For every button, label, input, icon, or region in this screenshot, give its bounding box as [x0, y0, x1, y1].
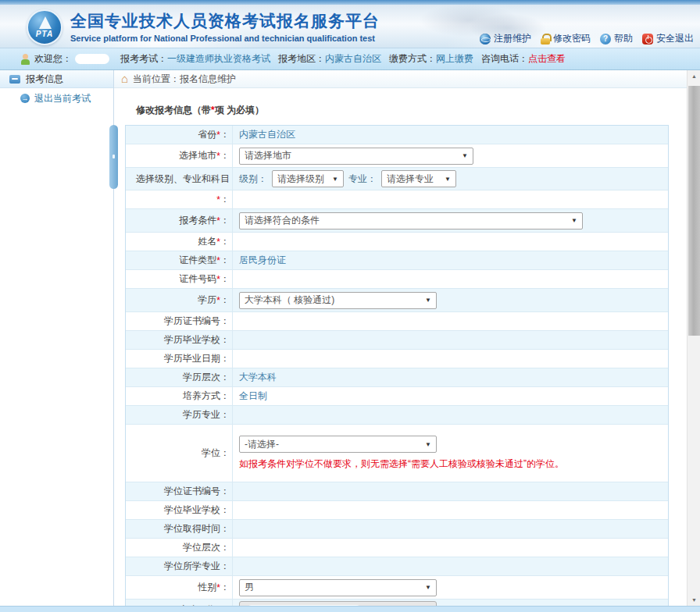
- logo-text: PTA: [28, 30, 61, 38]
- pay-label: 缴费方式：: [389, 52, 436, 66]
- scroll-up-arrow[interactable]: ▲: [688, 70, 700, 82]
- id-type-value: 居民身份证: [239, 254, 286, 267]
- field-value: [233, 482, 668, 500]
- label-text: 学位证书编号: [164, 485, 220, 498]
- sidebar: 报考信息 → 退出当前考试: [0, 70, 114, 606]
- form-row-degree-level: 学位层次：: [126, 539, 668, 557]
- field-value: [233, 557, 668, 575]
- scroll-down-arrow[interactable]: ▼: [688, 594, 700, 606]
- form-row-edu-cert-no: 学历证书编号：: [126, 312, 668, 331]
- chevron-down-icon: ▼: [425, 584, 431, 591]
- form-row-city: 选择地市*：请选择地市▼: [126, 144, 668, 168]
- field-label: 报考条件*：: [126, 209, 233, 232]
- field-value: -请选择-▼如报考条件对学位不做要求，则无需选择“需要人工核验或核验未通过”的学…: [233, 425, 668, 482]
- label-colon: ：: [220, 390, 230, 403]
- chevron-down-icon: ▼: [445, 176, 451, 183]
- field-label: 性别*：: [126, 576, 233, 599]
- major-select[interactable]: 请选择专业▼: [381, 170, 456, 187]
- label-colon: ：: [220, 193, 230, 206]
- field-label: 学历层次：: [126, 368, 233, 386]
- field-label: 学位取得时间：: [126, 520, 233, 538]
- sidebar-item-exit-exam[interactable]: → 退出当前考试: [0, 88, 113, 109]
- register-maintain-link[interactable]: 注册维护: [480, 32, 531, 45]
- form-row-degree-date: 学位取得时间：: [126, 520, 668, 539]
- label-colon: ：: [220, 581, 230, 594]
- label-colon: ：: [220, 254, 230, 267]
- label-colon: ：: [220, 503, 230, 517]
- vertical-scrollbar[interactable]: ▲ ▼: [687, 70, 700, 606]
- label-colon: ：: [220, 352, 230, 365]
- label-colon: ：: [220, 560, 230, 573]
- form-row-name: 姓名*：: [126, 233, 668, 251]
- view-phone-link[interactable]: 点击查看: [528, 52, 566, 66]
- label-colon: ：: [220, 214, 230, 227]
- education-select[interactable]: 大学本科（ 核验通过)▼: [239, 292, 437, 309]
- label-colon: ：: [220, 315, 230, 328]
- label-text: 学位层次: [183, 541, 220, 554]
- selected-value: 男: [245, 581, 254, 594]
- degree-select[interactable]: -请选择-▼: [239, 436, 437, 453]
- degree-note: 如报考条件对学位不做要求，则无需选择“需要人工核验或核验未通过”的学位。: [239, 457, 564, 471]
- link-label: 安全退出: [656, 32, 694, 45]
- major-label: 专业：: [348, 173, 377, 186]
- field-label: 培养方式：: [126, 387, 233, 405]
- safe-logout-link[interactable]: 安全退出: [642, 32, 694, 45]
- city-select[interactable]: 请选择地市▼: [239, 148, 473, 165]
- header: PTA 全国专业技术人员资格考试报名服务平台 Service platform …: [0, 5, 700, 48]
- form-row-edu-major: 学历专业：: [126, 406, 668, 425]
- label-colon: ：: [220, 522, 230, 536]
- field-value: [233, 539, 668, 557]
- label-text: 学位: [202, 447, 220, 460]
- label-text: 学历证书编号: [164, 315, 220, 328]
- field-value: [233, 520, 668, 538]
- field-value: 级别：请选择级别▼专业：请选择专业▼: [233, 168, 668, 190]
- label-colon: ：: [220, 371, 230, 384]
- field-label: 学位毕业学校：: [126, 501, 233, 519]
- scrollbar-thumb[interactable]: [688, 86, 700, 336]
- selected-value: -请选择-: [245, 438, 279, 451]
- change-password-link[interactable]: 修改密码: [541, 32, 591, 45]
- breadcrumb: ⌂ 当前位置：报名信息维护: [114, 70, 687, 88]
- sidebar-item-label: 退出当前考试: [34, 92, 91, 105]
- chevron-down-icon: ▼: [571, 217, 577, 224]
- field-label: 省份*：: [126, 126, 233, 144]
- field-value: [233, 190, 668, 208]
- field-value: [233, 600, 668, 606]
- site-title: 全国专业技术人员资格考试报名服务平台: [70, 10, 380, 32]
- field-value: 内蒙古自治区: [233, 126, 668, 144]
- selected-value: 请选择地市: [245, 149, 291, 162]
- apply-condition-select[interactable]: 请选择符合的条件▼: [239, 212, 583, 230]
- label-text: 证件号码: [179, 272, 216, 286]
- gender-select[interactable]: 男▼: [239, 579, 437, 596]
- welcome-label: 欢迎您：: [34, 52, 72, 66]
- level-select[interactable]: 请选择级别▼: [272, 170, 344, 187]
- form-row-degree-major: 学位所学专业：: [126, 557, 668, 576]
- field-value: [233, 331, 668, 349]
- form-row-edu-grad-date: 学历毕业日期：: [126, 350, 668, 368]
- form-row-birth-date: 出生日期*：: [126, 600, 668, 606]
- label-text: 姓名: [198, 235, 216, 248]
- field-value: 请选择符合的条件▼: [233, 209, 668, 232]
- site-subtitle: Service platform for National Profession…: [70, 34, 380, 43]
- form-row-edu-school: 学历毕业学校：: [126, 331, 668, 350]
- form-row-level-major-subject: 选择级别、专业和科目级别：请选择级别▼专业：请选择专业▼: [126, 168, 668, 190]
- label-colon: ：: [220, 333, 230, 347]
- arrow-right-icon: →: [20, 94, 30, 103]
- selected-value: 请选择专业: [387, 173, 434, 186]
- edu-level-value: 大学本科: [239, 371, 277, 384]
- logo-sail-icon: [39, 16, 52, 29]
- field-label: 学历毕业日期：: [126, 350, 233, 368]
- help-link[interactable]: ? 帮助: [600, 32, 633, 45]
- field-label: 选择地市*：: [126, 144, 233, 167]
- label-text: 学历毕业学校: [164, 333, 220, 347]
- field-label: 学位证书编号：: [126, 482, 233, 500]
- lock-icon: [541, 34, 550, 44]
- label-colon: ：: [220, 541, 230, 554]
- exam-value: 一级建造师执业资格考试: [167, 52, 270, 66]
- link-label: 修改密码: [553, 32, 591, 45]
- pay-value: 网上缴费: [436, 52, 473, 66]
- form-title: 修改报考信息（带*项 为必填）: [136, 104, 687, 117]
- field-value: [233, 501, 668, 519]
- form-row-edu-level: 学历层次：大学本科: [126, 368, 668, 387]
- sidebar-collapse-handle[interactable]: [109, 125, 118, 189]
